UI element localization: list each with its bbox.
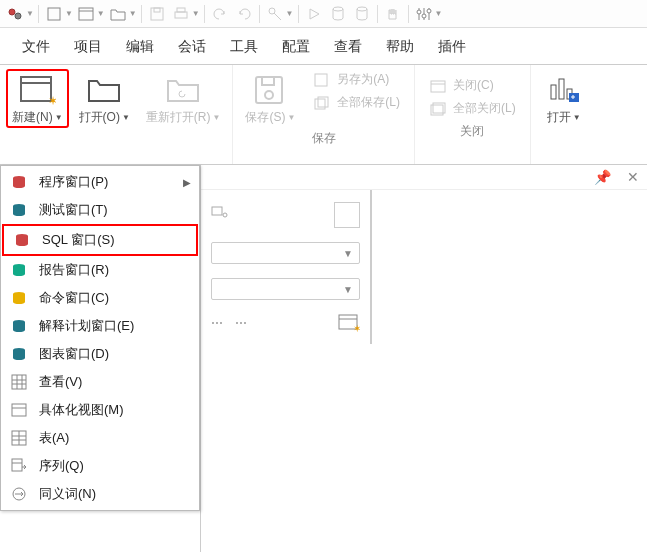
close-win-icon — [429, 78, 447, 94]
undo-icon[interactable] — [209, 3, 231, 25]
db-teal-icon — [9, 316, 29, 336]
menu-sql-window[interactable]: SQL 窗口(S) — [2, 224, 198, 256]
table-icon — [9, 428, 29, 448]
open2-button[interactable]: 打开▼ — [537, 69, 591, 126]
save-icon[interactable] — [146, 3, 168, 25]
svg-point-0 — [9, 9, 15, 15]
svg-point-18 — [427, 9, 431, 13]
menu-report-window[interactable]: 报告窗口(R) — [1, 256, 199, 284]
play-icon[interactable] — [303, 3, 325, 25]
ribbon-group-open2: 打开▼ — [531, 65, 597, 164]
menu-project[interactable]: 项目 — [62, 32, 114, 64]
svg-rect-7 — [175, 12, 187, 18]
menu-edit[interactable]: 编辑 — [114, 32, 166, 64]
db-green-icon — [9, 260, 29, 280]
svg-point-12 — [357, 7, 367, 11]
group-label-close: 关闭 — [460, 123, 484, 140]
save-button[interactable]: 保存(S)▼ — [239, 69, 301, 126]
menu-diagram-window[interactable]: 图表窗口(D) — [1, 340, 199, 368]
dropdown-arrow-icon[interactable]: ▼ — [286, 9, 294, 18]
db-blue-icon — [9, 200, 29, 220]
menu-test-window[interactable]: 测试窗口(T) — [1, 196, 199, 224]
menu-mview[interactable]: 具体化视图(M) — [1, 396, 199, 424]
menu-plugins[interactable]: 插件 — [426, 32, 478, 64]
dropdown-arrow-icon[interactable]: ▼ — [26, 9, 34, 18]
folder-reopen-icon — [162, 71, 204, 107]
svg-rect-5 — [151, 8, 163, 20]
window-icon[interactable] — [75, 3, 97, 25]
connection-icon[interactable] — [4, 3, 26, 25]
svg-point-58 — [223, 213, 227, 217]
new-button[interactable]: ✶ 新建(N)▼ — [6, 69, 69, 128]
menu-bar: 文件 项目 编辑 会话 工具 配置 查看 帮助 插件 — [0, 28, 647, 65]
menu-command-window[interactable]: 命令窗口(C) — [1, 284, 199, 312]
db-icon[interactable] — [327, 3, 349, 25]
sequence-icon — [9, 456, 29, 476]
more-button[interactable]: ⋯ — [235, 316, 247, 330]
close-all-icon — [429, 101, 447, 117]
panel-select-2[interactable]: ▼ — [211, 278, 360, 300]
dropdown-arrow-icon[interactable]: ▼ — [65, 9, 73, 18]
panel-row-2: ▼ — [211, 242, 360, 264]
content-area: 程序窗口(P) ▶ 测试窗口(T) SQL 窗口(S) 报告窗口(R) 命令窗口… — [0, 165, 647, 552]
svg-rect-57 — [212, 207, 222, 215]
dropdown-arrow-icon[interactable]: ▼ — [192, 9, 200, 18]
new-doc-icon[interactable] — [43, 3, 65, 25]
svg-text:✶: ✶ — [353, 323, 360, 332]
open-label: 打开(O)▼ — [79, 109, 130, 126]
svg-rect-54 — [12, 459, 22, 471]
menu-synonym[interactable]: 同义词(N) — [1, 480, 199, 508]
menu-program-window[interactable]: 程序窗口(P) ▶ — [1, 168, 199, 196]
svg-rect-32 — [551, 85, 556, 99]
close-all-button[interactable]: 全部关闭(L) — [425, 98, 520, 119]
pin-icon[interactable]: 📌 — [594, 169, 611, 185]
menu-session[interactable]: 会话 — [166, 32, 218, 64]
close-button[interactable]: 关闭(C) — [425, 75, 520, 96]
svg-text:✶: ✶ — [48, 94, 56, 105]
menu-explain-window[interactable]: 解释计划窗口(E) — [1, 312, 199, 340]
key-small-icon — [211, 205, 231, 225]
save-all-button[interactable]: 全部保存(L) — [309, 92, 404, 113]
hand-icon[interactable] — [382, 3, 404, 25]
menu-help[interactable]: 帮助 — [374, 32, 426, 64]
svg-point-16 — [417, 10, 421, 14]
svg-rect-3 — [79, 8, 93, 20]
chart-icon — [543, 71, 585, 107]
dropdown-arrow-icon[interactable]: ▼ — [435, 9, 443, 18]
menu-tools[interactable]: 工具 — [218, 32, 270, 64]
new-label: 新建(N)▼ — [12, 109, 63, 126]
panel-body: ▼ ▼ ⋯ ⋯ ✶ — [201, 190, 371, 344]
menu-table[interactable]: 表(A) — [1, 424, 199, 452]
ribbon-group-close: 关闭(C) 全部关闭(L) 关闭 — [415, 65, 531, 164]
dropdown-arrow-icon[interactable]: ▼ — [129, 9, 137, 18]
db-icon[interactable] — [351, 3, 373, 25]
save-as-icon — [313, 72, 331, 88]
menu-view[interactable]: 查看 — [322, 32, 374, 64]
open-button[interactable]: 打开(O)▼ — [73, 69, 136, 128]
key-icon[interactable] — [264, 3, 286, 25]
menu-view[interactable]: 查看(V) — [1, 368, 199, 396]
db-red-icon — [9, 172, 29, 192]
reopen-button[interactable]: 重新打开(R)▼ — [140, 69, 227, 128]
print-icon[interactable] — [170, 3, 192, 25]
sliders-icon[interactable] — [413, 3, 435, 25]
svg-rect-19 — [21, 77, 51, 101]
more-button[interactable]: ⋯ — [211, 316, 223, 330]
panel-box[interactable] — [334, 202, 360, 228]
save-all-icon — [313, 95, 331, 111]
dropdown-arrow-icon[interactable]: ▼ — [97, 9, 105, 18]
panel-select-1[interactable]: ▼ — [211, 242, 360, 264]
save-as-button[interactable]: 另存为(A) — [309, 69, 404, 90]
small-window-icon[interactable]: ✶ — [338, 314, 360, 332]
svg-point-24 — [265, 91, 273, 99]
close-icon[interactable]: ✕ — [627, 169, 639, 185]
ribbon: ✶ 新建(N)▼ 打开(O)▼ 重新打开(R)▼ 保存(S)▼ 另存为(A) 全… — [0, 65, 647, 165]
menu-sequence[interactable]: 序列(Q) — [1, 452, 199, 480]
save-label: 保存(S)▼ — [245, 109, 295, 126]
svg-rect-28 — [431, 81, 445, 92]
menu-file[interactable]: 文件 — [10, 32, 62, 64]
menu-config[interactable]: 配置 — [270, 32, 322, 64]
folder-icon[interactable] — [107, 3, 129, 25]
grid-icon — [9, 372, 29, 392]
redo-icon[interactable] — [233, 3, 255, 25]
